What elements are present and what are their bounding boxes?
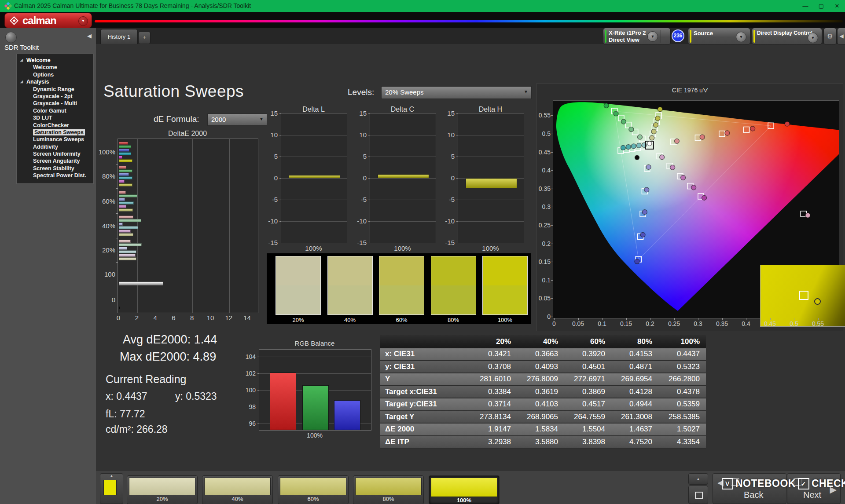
- cie-y-tick: 0.35: [536, 185, 551, 192]
- de-formula-dropdown[interactable]: 2000 ▼: [207, 113, 267, 126]
- tree-item-dynamic-range[interactable]: Dynamic Range: [17, 86, 93, 93]
- deltae-gridline: [156, 139, 156, 313]
- delta-value-bar: [289, 175, 340, 178]
- tree-item-3d-lut[interactable]: 3D LUT: [17, 114, 93, 121]
- table-row-label: ΔE 2000: [380, 423, 470, 436]
- source-dropdown[interactable]: Source ▼: [688, 28, 750, 45]
- magenta-sweep-measured: [660, 155, 665, 160]
- cie-y-tick: 0.4: [536, 167, 551, 174]
- level-swatch-label: 100%: [429, 497, 499, 504]
- collapse-bar-button[interactable]: ▲: [688, 473, 708, 485]
- level-button-20%[interactable]: 20%: [127, 475, 198, 504]
- meter-chevron-down-icon[interactable]: ▼: [647, 31, 658, 42]
- deltae-bar-blue: [119, 247, 127, 250]
- window-pattern-button[interactable]: [688, 486, 708, 504]
- deltae-axis-tick: [116, 238, 118, 238]
- deltae-chart-title: DeltaE 2000: [118, 130, 257, 138]
- rgb-bar-green: [302, 385, 329, 430]
- sidebar-collapse-icon[interactable]: ◀: [85, 31, 94, 41]
- tree-section-label: Welcome: [26, 57, 51, 63]
- deltae-bar-green: [119, 219, 141, 222]
- deltae-bar-cyan: [119, 226, 138, 229]
- tree-item-color-gamut[interactable]: Color Gamut: [17, 107, 93, 114]
- tree-item-luminance-sweeps[interactable]: Luminance Sweeps: [17, 136, 93, 143]
- delta-c-x-label: 100%: [370, 245, 435, 252]
- meter-dropdown[interactable]: X-Rite i1Pro 2 Direct View ▼: [603, 28, 671, 45]
- cie-x-tick: 0.25: [666, 320, 682, 327]
- pattern-popup-button[interactable]: ▲: [100, 473, 123, 504]
- level-button-40%[interactable]: 40%: [202, 475, 273, 504]
- table-cell: 0.4153: [611, 348, 658, 361]
- tree-item-options[interactable]: Options: [17, 71, 93, 78]
- tree-item-spectral-power-dist-[interactable]: Spectral Power Dist.: [17, 172, 93, 179]
- reference-black-dot: [635, 155, 639, 160]
- panel-collapse-button[interactable]: ◀: [837, 28, 845, 45]
- status-sphere-icon[interactable]: [5, 32, 17, 43]
- logo-strip: [0, 12, 845, 28]
- maximize-button[interactable]: ▢: [813, 0, 829, 12]
- yellow-sweep-measured: [658, 107, 662, 112]
- tree-item-grayscale-multi[interactable]: Grayscale - Multi: [17, 100, 93, 107]
- delta-axis-tick: [368, 178, 370, 179]
- delta-l-chart: 151050-5-10-15: [281, 113, 347, 243]
- cie-chromaticity-plot: [553, 100, 839, 319]
- table-row: Target Y273.8134268.9065264.7559261.3008…: [380, 411, 706, 424]
- green-sweep-measured: [614, 111, 618, 116]
- table-row-label: Target x:CIE31: [380, 386, 470, 398]
- red-sweep-measured: [785, 121, 790, 126]
- delta-gridline: [281, 157, 347, 157]
- table-row: Target x:CIE310.33840.36190.38690.41280.…: [380, 386, 706, 398]
- deltae-x-tick: 2: [132, 314, 142, 321]
- delta-y-tick: 10: [265, 131, 278, 139]
- calman-menu-button[interactable]: calman ▼: [4, 13, 92, 28]
- tree-item-saturation-sweeps[interactable]: Saturation Sweeps: [17, 129, 93, 136]
- tree-item-screen-angularity[interactable]: Screen Angularity: [17, 157, 93, 164]
- source-chevron-down-icon[interactable]: ▼: [736, 32, 746, 42]
- tree-section-welcome[interactable]: ◢Welcome: [17, 57, 93, 64]
- table-cell: 268.9065: [517, 411, 564, 424]
- add-tab-button[interactable]: +: [138, 32, 151, 44]
- tree-item-label: Options: [33, 72, 54, 78]
- window-pattern-icon: [695, 492, 703, 499]
- delta-gridline: [370, 221, 436, 222]
- table-row: x: CIE310.34210.36630.39200.41530.4437: [380, 348, 706, 361]
- close-button[interactable]: ✕: [829, 0, 845, 12]
- next-label: Next: [803, 490, 821, 500]
- minimize-button[interactable]: —: [797, 0, 813, 12]
- tree-expand-icon[interactable]: ◢: [20, 78, 23, 85]
- tree-item-screen-stability[interactable]: Screen Stability: [17, 165, 93, 172]
- watermark-v-icon: V: [722, 478, 733, 489]
- level-button-60%[interactable]: 60%: [278, 475, 349, 504]
- tree-expand-icon[interactable]: ◢: [20, 57, 23, 64]
- rgb-axis-tick: [257, 357, 259, 357]
- delta-y-tick: -15: [353, 239, 367, 246]
- table-cell: 0.4871: [611, 361, 658, 373]
- blue-sweep-measured: [642, 210, 647, 215]
- table-cell: 264.7559: [564, 411, 611, 424]
- calman-menu-chevron-icon[interactable]: ▼: [78, 16, 88, 26]
- tree-item-colorchecker[interactable]: ColorChecker: [17, 122, 93, 129]
- settings-gear-button[interactable]: ⚙: [823, 28, 837, 45]
- display-control-dropdown[interactable]: Direct Display Control ▼: [752, 28, 822, 45]
- cyan-sweep-measured: [631, 144, 636, 149]
- table-cell: 272.6971: [564, 373, 611, 386]
- tree-section-analysis[interactable]: ◢Analysis: [17, 78, 93, 85]
- level-button-80%[interactable]: 80%: [353, 475, 424, 504]
- table-row: Target y:CIE310.37140.41030.45170.49440.…: [380, 398, 706, 411]
- table-cell: 276.8009: [517, 373, 564, 386]
- display-control-chevron-down-icon[interactable]: ▼: [808, 33, 818, 43]
- tab-history-1[interactable]: History 1: [100, 29, 138, 44]
- levels-dropdown[interactable]: 20% Sweeps ▼: [381, 86, 532, 99]
- tree-item-welcome[interactable]: Welcome: [17, 64, 93, 71]
- tree-item-label: Screen Uniformity: [33, 151, 81, 157]
- avg-de2000-stat: Avg dE2000: 1.44: [123, 333, 217, 347]
- tree-item-screen-uniformity[interactable]: Screen Uniformity: [17, 150, 93, 157]
- deltae-gridline: [174, 139, 174, 313]
- swatch-target-80%: [431, 285, 476, 315]
- table-row: ΔE ITP3.29383.58803.83984.75204.3354: [380, 436, 706, 449]
- tree-item-grayscale-2pt[interactable]: Grayscale - 2pt: [17, 93, 93, 100]
- tree-item-additivity[interactable]: Additivity: [17, 143, 93, 150]
- swatch-target-20%: [276, 285, 321, 315]
- deltae-black-label: 0: [95, 296, 115, 303]
- level-button-100%[interactable]: 100%: [429, 475, 500, 504]
